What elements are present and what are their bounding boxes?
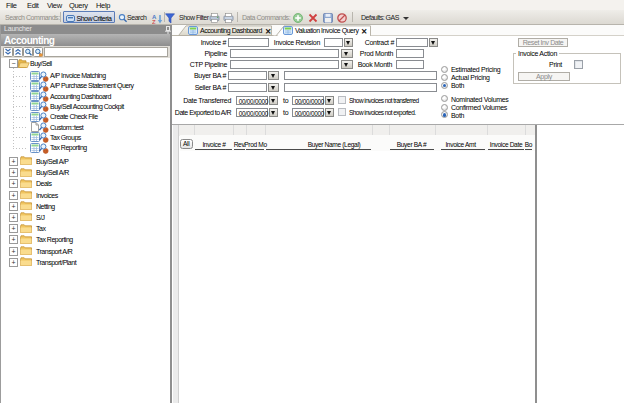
svg-text:Z: Z [152,19,156,24]
